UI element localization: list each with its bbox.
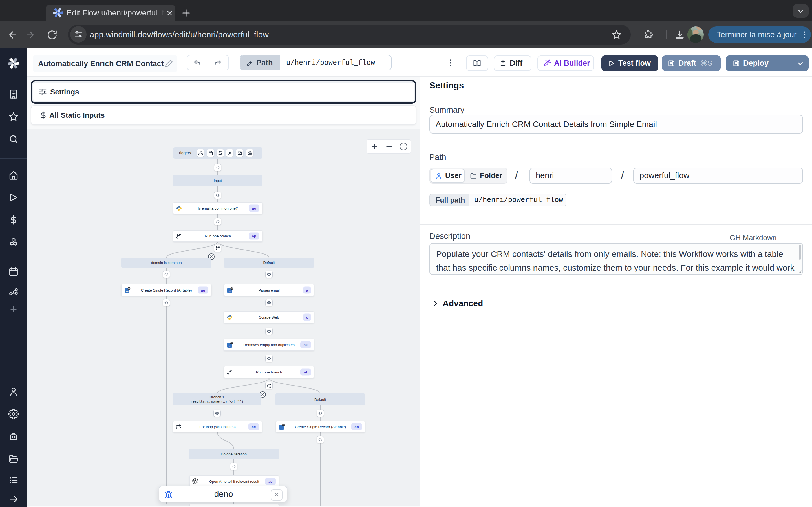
- svg-text:TS: TS: [280, 427, 283, 430]
- svg-text:TS: TS: [126, 290, 129, 293]
- svg-text:TS: TS: [229, 345, 232, 348]
- svg-text:TS: TS: [229, 290, 232, 293]
